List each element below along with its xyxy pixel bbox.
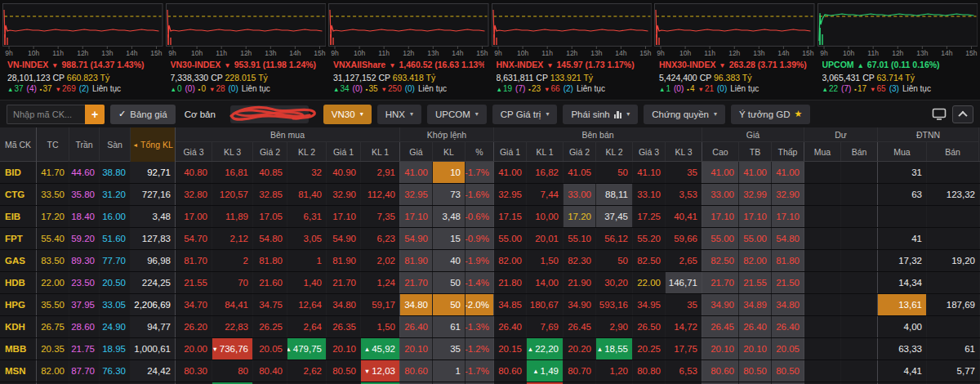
tab-ph-i-sinh[interactable]: Phái sinh▾ [563,105,638,124]
tab-label: Chứng quyền [652,109,709,119]
svg-text:9h: 9h [168,50,176,57]
table-row-hdb[interactable]: HDB22.0023.5020.50224,2521.557021.601,40… [0,272,980,294]
cell-sell-gia-3: 34.95 [633,294,666,315]
index-panel-hnx-index[interactable]: 9h10h11h12h13h14h15hHNX-INDEX ▼ 145.97 (… [492,3,653,98]
turnover-unit: Tỷ [258,73,268,83]
cell-buy-kl-2: 2,64 [287,316,327,337]
table-row-bid[interactable]: BID41.7044.6038.8092,7140.8016,8140.8532… [0,162,980,184]
table-header: Mã CKTCTrầnSàn◄Tổng KLBên muaGiá 3KL 3Gi… [0,127,980,162]
cell-buy-kl-2: 6,31 [287,206,327,227]
cell-dtnn-ban: 5,77 [927,360,980,382]
cell-tong-kl: 96,98 [131,250,176,271]
table-row-gas[interactable]: GAS83.5089.3077.7096,9881.70281.80181.90… [0,250,980,272]
search-input[interactable] [7,105,85,124]
index-panel-upcom[interactable]: 9h10h11h12h13h14h15hUPCOM ▲ 67.01 (0.11 … [817,3,978,98]
col-header-sell-gia-2[interactable]: Giá 2 [564,142,596,161]
table-row-eib[interactable]: EIB17.2018.4016.003,4817.0011,8917.056,3… [0,206,980,228]
col-header-match-kl[interactable]: KL [433,142,466,161]
col-header-sell-kl-1[interactable]: KL 1 [527,142,564,161]
cell-code: GAS [0,250,37,271]
chevron-down-icon: ▾ [410,110,413,118]
index-panel-vn30-index[interactable]: 9h10h11h12h13h14h15hVN30-INDEX ▼ 953.91 … [166,3,327,98]
col-header-gia-cao[interactable]: Cao [702,142,739,161]
col-header-buy-gia-2[interactable]: Giá 2 [253,142,287,161]
table-row-fpt[interactable]: FPT55.4059.2051.60127,8354.702,1254.803,… [0,228,980,250]
cell-match-kl: 61 [433,316,466,337]
col-header-match-pct[interactable]: % [466,142,494,161]
tab-hnx[interactable]: HNX▾ [377,105,421,124]
ceiling-count: (7) [515,84,525,93]
cell-du-mua [804,228,841,249]
cell-buy-kl-1: 7,35 [361,206,400,227]
cell-gia-cao: 20.10 [702,338,739,359]
cell-tong-kl: 94,77 [131,316,176,337]
index-value: 953.91 [234,60,261,69]
cell-dtnn-mua: 17,32 [878,250,927,271]
cell-tong-kl: 224,25 [131,272,176,293]
col-header-san[interactable]: Sàn [100,127,131,162]
tab-cp-gi-tr-[interactable]: CP Giá trị▾ [492,105,558,124]
col-header-dtnn-mua[interactable]: Mua [878,142,927,161]
col-header-match-gia[interactable]: Giá [400,142,433,161]
index-panel-vn-index[interactable]: 9h10h11h12h13h14h15hVN-INDEX ▼ 988.71 (1… [2,3,163,98]
cell-buy-gia-1: 40.90 [327,162,361,183]
cell-code: FPT [0,228,37,249]
cell-san: 20.50 [100,272,131,293]
col-header-tc[interactable]: TC [37,127,69,162]
col-header-sell-kl-2[interactable]: KL 2 [596,142,633,161]
table-row-hpg[interactable]: HPG35.5037.9533.052,206,6934.7084,4134.7… [0,294,980,316]
col-header-tran[interactable]: Trần [69,127,100,162]
index-panel-hnx30-index[interactable]: 9h10h11h12h13h14h15hHNX30-INDEX ▼ 263.28… [654,3,815,98]
table-row-kdh[interactable]: KDH26.7528.6024.9094,7726.2022,8326.252,… [0,316,980,338]
table-row-ctg[interactable]: CTG33.5035.8031.20727,1632.80120,5732.85… [0,184,980,206]
tab-ch-ng-quy-n[interactable]: Chứng quyền▾ [644,105,725,124]
check-icon: ✓ [118,109,126,119]
tab-vn30[interactable]: VN30▾ [323,105,372,124]
col-header-du-mua[interactable]: Mua [804,142,841,161]
price-board-button[interactable]: ✓ Bảng giá [110,105,176,124]
col-header-buy-gia-1[interactable]: Giá 1 [327,142,361,161]
toolbar: + ✓ Bảng giá Cơ bản VN30▾HNX▾UPCOM▾CP Gi… [0,100,980,127]
col-header-code[interactable]: Mã CK [0,127,37,162]
col-header-buy-kl-2[interactable]: KL 2 [287,142,327,161]
svg-text:10h: 10h [354,50,365,57]
monitor-icon[interactable] [932,108,947,120]
table-row-mbb[interactable]: MBB20.3521.7518.951,000,6120.00▼736,7620… [0,338,980,360]
cell-buy-kl-3: 16,81 [212,162,253,183]
col-header-buy-gia-3[interactable]: Giá 3 [176,142,212,161]
cell-sell-gia-3: 41.10 [633,162,666,183]
col-header-dtnn-ban[interactable]: Bán [927,142,979,161]
decliners-icon: ▼ [870,86,875,93]
collapse-button[interactable] [952,105,973,123]
decliners-count: 250 [388,84,402,93]
add-ticker-button[interactable]: + [85,105,105,124]
col-header-sell-gia-1[interactable]: Giá 1 [494,142,527,161]
col-header-gia-tb[interactable]: TB [739,142,772,161]
index-turnover: 228.015 [225,73,256,83]
cell-match-gia: 21.70 [400,272,433,293]
col-header-buy-kl-1[interactable]: KL 1 [361,142,400,161]
index-change: (16.63 1.13%) [434,60,483,69]
tab--t-ng-gd[interactable]: Ý tưởng GD★ [731,105,810,124]
group-label: Bên bán [494,127,702,142]
price-table: Mã CKTCTrầnSàn◄Tổng KLBên muaGiá 3KL 3Gi… [0,127,980,384]
redacted-tab[interactable] [225,103,318,126]
decliners-count: 66 [551,84,560,93]
cell-sell-kl-3: 14,72 [666,316,702,337]
up-arrow-icon: ▲ [597,346,603,353]
cell-sell-kl-3: 2,65 [666,250,702,271]
col-header-sell-gia-3[interactable]: Giá 3 [633,142,666,161]
tab-co-ban[interactable]: Cơ bản [181,109,219,119]
col-header-gia-thap[interactable]: Thấp [772,142,804,161]
col-header-du-ban[interactable]: Bán [841,142,878,161]
cell-sell-gia-2: 82.30 [564,250,596,271]
col-header-sell-kl-3[interactable]: KL 3 [666,142,702,161]
group-label: ĐTNN [878,127,979,142]
col-header-tong-kl[interactable]: ◄Tổng KL [131,127,176,162]
tab-upcom[interactable]: UPCOM▾ [427,105,487,124]
session-label: Liên tục [242,84,270,93]
cell-buy-kl-3: 2,12 [212,228,253,249]
index-panel-vnxallshare[interactable]: 9h10h11h12h13h14h15hVNXAllShare ▼ 1,460.… [328,3,489,98]
col-header-buy-kl-3[interactable]: KL 3 [212,142,253,161]
table-row-msn[interactable]: MSN82.0087.7076.3024,4280.308080.402,628… [0,360,980,382]
